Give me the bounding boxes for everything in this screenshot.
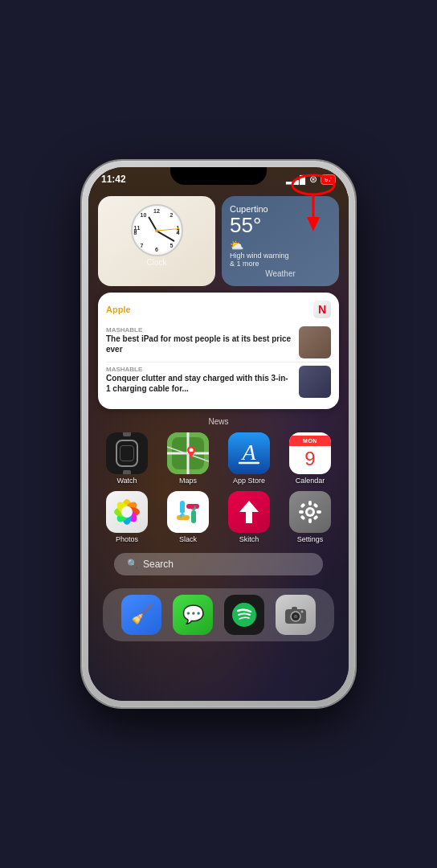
svg-rect-38 — [300, 502, 305, 508]
widget-clock[interactable]: 12 3 6 9 2 10 1 11 4 5 7 8 — [98, 196, 215, 286]
news-thumbnail-2 — [299, 366, 331, 398]
notch — [170, 167, 267, 185]
svg-point-33 — [308, 510, 312, 514]
news-apple-label: Apple — [106, 305, 131, 314]
settings-app-icon — [289, 491, 331, 533]
dock-app-spotify[interactable] — [224, 595, 264, 635]
clock-num-10: 10 — [141, 212, 147, 218]
news-source-1: Mashable — [106, 326, 292, 334]
svg-rect-36 — [299, 510, 304, 514]
signal-icon: ▂▄█ — [286, 175, 306, 184]
watch-app-label: Watch — [116, 477, 137, 485]
svg-point-46 — [294, 614, 298, 618]
widget-weather[interactable]: Cupertino 55° ⛅ High wind warning & 1 mo… — [222, 196, 339, 286]
app-grid-row1: Watch — [98, 432, 339, 485]
news-item-1[interactable]: Mashable The best iPad for most people i… — [106, 323, 331, 362]
svg-rect-34 — [308, 501, 312, 506]
app-watch[interactable]: Watch — [100, 432, 154, 485]
app-calendar[interactable]: MON 9 Calendar — [283, 432, 337, 485]
news-headline-2: Conquer clutter and stay charged with th… — [106, 373, 292, 394]
search-icon: 🔍 — [127, 559, 138, 569]
cleanmaster-icon: 🧹 — [131, 604, 153, 625]
dock-app-cleanmaster[interactable]: 🧹 — [121, 595, 161, 635]
photos-svg — [110, 495, 144, 529]
app-maps[interactable]: Maps — [161, 432, 215, 485]
news-n-icon: N — [318, 303, 326, 316]
clock-widget-label: Clock — [146, 258, 166, 267]
dock-app-messages[interactable]: 💬 — [173, 595, 213, 635]
news-item-2[interactable]: Mashable Conquer clutter and stay charge… — [106, 362, 331, 401]
svg-rect-23 — [180, 501, 185, 514]
appstore-app-icon: A — [228, 432, 270, 474]
weather-widget-label: Weather — [230, 269, 331, 278]
svg-point-30 — [190, 504, 194, 509]
news-widget-label: News — [98, 417, 339, 426]
home-screen: 11:42 ▂▄█ ⊛ 97 — [88, 167, 349, 701]
clock-face: 12 3 6 9 2 10 1 11 4 5 7 8 — [131, 204, 183, 256]
svg-point-42 — [232, 603, 256, 627]
weather-temp: 55° — [230, 214, 331, 237]
app-skitch[interactable]: Skitch — [222, 491, 276, 543]
clock-center-dot — [155, 229, 158, 232]
svg-point-48 — [301, 610, 304, 612]
weather-description2: & 1 more — [230, 260, 331, 268]
wifi-icon: ⊛ — [309, 174, 317, 185]
clock-num-5: 5 — [170, 243, 174, 248]
svg-point-22 — [121, 506, 133, 518]
maps-app-icon — [167, 432, 209, 474]
screen-content: 12 3 6 9 2 10 1 11 4 5 7 8 — [88, 190, 349, 701]
news-logo: N — [313, 301, 331, 318]
watch-app-icon — [106, 432, 148, 474]
app-photos[interactable]: Photos — [100, 491, 154, 543]
news-source-2: Mashable — [106, 366, 292, 373]
appstore-svg: A — [228, 432, 270, 474]
app-grid-row2: Photos — [98, 491, 339, 543]
slack-app-icon — [167, 491, 209, 533]
slack-svg — [174, 497, 202, 526]
news-headline-1: The best iPad for most people is at its … — [106, 334, 292, 354]
svg-rect-47 — [292, 607, 297, 610]
dock: 🧹 💬 — [103, 588, 334, 641]
app-appstore[interactable]: A App Store — [222, 432, 276, 485]
svg-point-9 — [190, 448, 194, 452]
phone-frame: 11:42 ▂▄█ ⊛ 97 — [82, 161, 355, 707]
clock-num-7: 7 — [141, 243, 144, 248]
widget-news[interactable]: Apple N Mashable The best iPad for most … — [98, 293, 339, 409]
news-text-area-1: Mashable The best iPad for most people i… — [106, 326, 292, 358]
clock-num-12: 12 — [153, 208, 160, 214]
svg-rect-39 — [312, 502, 318, 508]
search-bar[interactable]: 🔍 Search — [114, 553, 323, 575]
app-slack[interactable]: Slack — [161, 491, 215, 543]
skitch-svg — [235, 497, 263, 526]
battery-level: 97 — [321, 174, 336, 185]
maps-svg — [167, 432, 209, 474]
skitch-app-icon — [228, 491, 270, 533]
messages-icon: 💬 — [182, 604, 204, 625]
phone-screen: 11:42 ▂▄█ ⊛ 97 — [88, 167, 349, 701]
calendar-app-icon: MON 9 — [289, 432, 331, 474]
settings-svg — [296, 497, 325, 526]
svg-rect-35 — [308, 518, 312, 523]
clock-minute-hand — [157, 230, 175, 241]
settings-app-label: Settings — [297, 535, 324, 543]
status-time: 11:42 — [101, 174, 126, 185]
status-icons: ▂▄█ ⊛ 97 — [286, 174, 336, 185]
weather-description: High wind warning — [230, 252, 331, 260]
svg-rect-40 — [300, 514, 305, 520]
news-thumbnail-1 — [299, 326, 331, 358]
svg-point-29 — [182, 515, 186, 520]
app-settings[interactable]: Settings — [283, 491, 337, 543]
widgets-row: 12 3 6 9 2 10 1 11 4 5 7 8 — [98, 196, 339, 286]
slack-app-label: Slack — [179, 535, 197, 543]
weather-cloud-icon: ⛅ — [230, 239, 243, 252]
dock-app-camera[interactable] — [276, 595, 316, 635]
clock-num-8: 8 — [134, 230, 137, 235]
spotify-icon — [231, 602, 257, 628]
svg-rect-41 — [312, 514, 318, 520]
appstore-app-label: App Store — [233, 477, 265, 485]
clock-num-2: 2 — [170, 212, 174, 218]
search-label: Search — [143, 559, 174, 570]
photos-app-icon — [106, 491, 148, 533]
svg-rect-24 — [191, 510, 196, 523]
news-header: Apple N — [106, 301, 331, 318]
